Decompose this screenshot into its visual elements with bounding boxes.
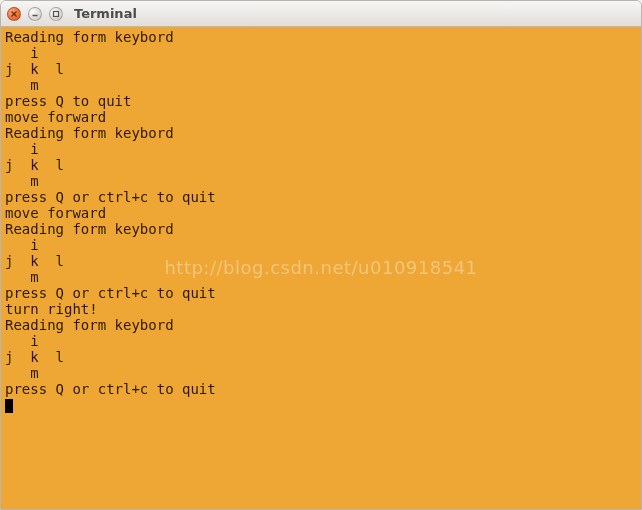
close-button[interactable] (7, 7, 21, 21)
watermark-text: http://blog.csdn.net/u010918541 (164, 260, 477, 276)
maximize-button[interactable] (49, 7, 63, 21)
close-icon (10, 10, 18, 18)
cursor (5, 399, 13, 413)
titlebar[interactable]: Terminal (1, 1, 641, 27)
minimize-icon (31, 10, 39, 18)
terminal-output: Reading form keybord i j k l m press Q t… (5, 29, 216, 397)
terminal-window: Terminal Reading form keybord i j k l m … (0, 0, 642, 510)
minimize-button[interactable] (28, 7, 42, 21)
terminal-body[interactable]: Reading form keybord i j k l m press Q t… (1, 27, 641, 509)
svg-rect-3 (54, 11, 59, 16)
window-title: Terminal (74, 6, 137, 21)
maximize-icon (52, 10, 60, 18)
